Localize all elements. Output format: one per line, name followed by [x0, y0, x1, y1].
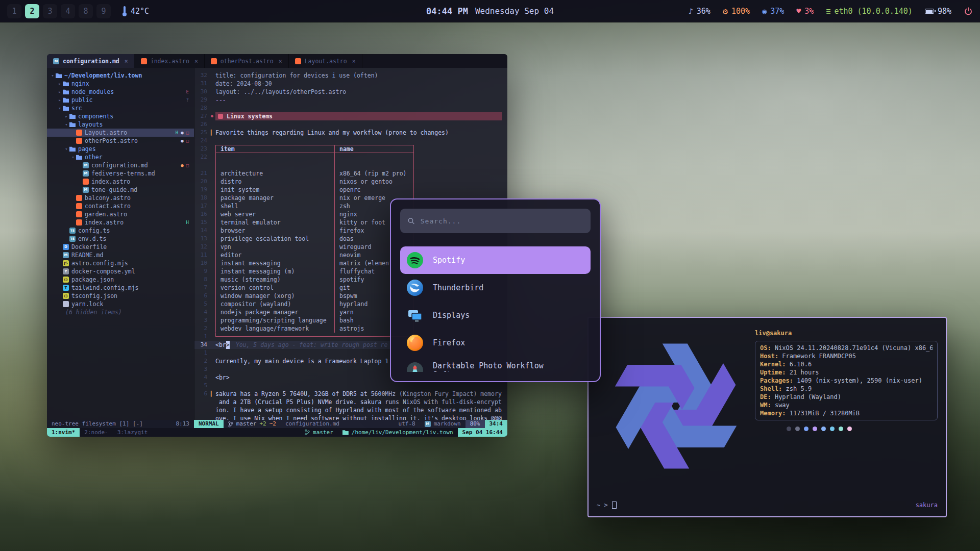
tab-label: otherPost.astro — [220, 57, 274, 65]
workspace-8[interactable]: 8 — [79, 4, 93, 18]
buffer-line[interactable]: 29--- — [194, 96, 507, 104]
tab-configuration.md[interactable]: Mconfiguration.md× — [47, 54, 135, 68]
tree-item-nginx[interactable]: ▸nginx — [47, 80, 194, 88]
tree-item-label: Dockerfile — [71, 243, 107, 251]
close-icon[interactable]: × — [194, 57, 198, 65]
tree-item-yarn.lock[interactable]: yarn.lock — [47, 300, 194, 308]
clock[interactable]: 04:44 PM Wednesday Sep 04 — [426, 6, 554, 16]
tree-item-node_modules[interactable]: ▸node_modulesE — [47, 88, 194, 96]
buffer-line[interactable]: 25▎Favorite things regarding Linux and m… — [194, 129, 507, 137]
buffer-line[interactable]: ion. I have a setup consisting of Hyprla… — [194, 406, 507, 414]
tree-item-README.md[interactable]: MREADME.md — [47, 251, 194, 259]
app-item-Spotify[interactable]: Spotify — [400, 246, 591, 274]
tree-item-env.d.ts[interactable]: TSenv.d.ts — [47, 235, 194, 243]
astro-file-icon — [295, 58, 301, 64]
app-item-Displays[interactable]: Displays — [400, 302, 591, 329]
module-volume[interactable]: 36% — [689, 7, 710, 16]
buffer-line[interactable]: 5 — [194, 382, 507, 390]
tmux-window-2:node-[interactable]: 2:node- — [80, 428, 112, 437]
buffer-line[interactable]: 6▎sakura has a Ryzen 5 7640U, 32GB of DD… — [194, 390, 507, 398]
buffer-line[interactable]: 19init systemopenrc — [194, 186, 507, 194]
buffer-line[interactable]: 30layout: ../../layouts/otherPost.astro — [194, 88, 507, 96]
tree-item-astro.config.mjs[interactable]: JSastro.config.mjs — [47, 259, 194, 267]
tree-item-Layout.astro[interactable]: Layout.astroH●□ — [47, 129, 194, 137]
palette-dot — [813, 427, 817, 431]
tree-item-fediverse-terms.md[interactable]: Mfediverse-terms.md — [47, 169, 194, 178]
tree-item-layouts[interactable]: ▾layouts — [47, 120, 194, 129]
buffer-line[interactable]: 22 — [194, 153, 507, 161]
filetype-label: markdown — [434, 420, 461, 428]
tree-item-pages[interactable]: ▾pages — [47, 145, 194, 153]
module-cpu[interactable]: 3% — [796, 7, 814, 16]
workspace-2[interactable]: 2 — [25, 4, 39, 18]
module-disk[interactable]: 37% — [762, 7, 784, 16]
folder-icon — [63, 97, 69, 103]
search-box[interactable] — [400, 209, 591, 233]
app-item-Darktable Photo Workflow Software[interactable]: Darktable Photo Workflow Software — [400, 357, 591, 372]
buffer-line[interactable]: 23itemname — [194, 145, 507, 153]
tmux-window-1:nvim*[interactable]: 1:nvim* — [47, 428, 80, 437]
tab-otherPost.astro[interactable]: otherPost.astro× — [205, 54, 289, 68]
tree-item-docker-compose.yml[interactable]: Ydocker-compose.yml — [47, 267, 194, 276]
module-battery[interactable]: 98% — [925, 7, 951, 16]
tree-root[interactable]: ▾ ~/Development/liv.town — [47, 71, 194, 80]
app-item-Thunderbird[interactable]: Thunderbird — [400, 274, 591, 302]
buffer-line[interactable]: 27●Linux systems — [194, 112, 507, 120]
buffer-line[interactable]: 28 — [194, 104, 507, 112]
tree-item-index.astro[interactable]: index.astroH — [47, 218, 194, 227]
tree-item-contact.astro[interactable]: contact.astro — [47, 202, 194, 210]
tree-item-(6 hidden items)[interactable]: (6 hidden items) — [47, 308, 194, 316]
app-item-Firefox[interactable]: Firefox — [400, 329, 591, 357]
tree-item-src[interactable]: ▾src — [47, 104, 194, 112]
buffer-line[interactable]: 32title: configuration for devices i use… — [194, 71, 507, 80]
tree-item-public[interactable]: ▸public? — [47, 96, 194, 104]
item-badges: E — [186, 88, 189, 96]
close-icon[interactable]: × — [125, 57, 128, 65]
tree-item-configuration.md[interactable]: Mconfiguration.md●□ — [47, 161, 194, 169]
tree-item-components[interactable]: ▸components — [47, 112, 194, 120]
buffer-line[interactable]: 26 — [194, 120, 507, 129]
table-bottom-border — [215, 333, 414, 337]
tree-item-Dockerfile[interactable]: DDockerfile — [47, 243, 194, 251]
power-button[interactable] — [964, 7, 973, 16]
buffer-line[interactable]: 21architecturex86_64 (rip m2 pro) — [194, 169, 507, 178]
tmux-window-3:lazygit[interactable]: 3:lazygit — [113, 428, 153, 437]
tree-item-label: otherPost.astro — [85, 137, 138, 145]
palette-dot — [787, 427, 791, 431]
tab-index.astro[interactable]: index.astro× — [135, 54, 205, 68]
close-icon[interactable]: × — [352, 57, 356, 65]
buffer-line[interactable]: and a 2TB (Crucial P5 Plus) NVMe drive. … — [194, 398, 507, 406]
workspace-9[interactable]: 9 — [96, 4, 111, 18]
buffer-line[interactable]: 20distronixos or gentoo — [194, 178, 507, 186]
tree-item-garden.astro[interactable]: garden.astro — [47, 210, 194, 218]
tree-item-tone-guide.md[interactable]: Mtone-guide.md — [47, 186, 194, 194]
shell-prompt[interactable]: ~ > sakura — [597, 501, 938, 509]
tree-item-otherPost.astro[interactable]: otherPost.astro●□ — [47, 137, 194, 145]
badge: ● — [181, 137, 183, 145]
buffer-line[interactable]: 31date: 2024-08-30 — [194, 80, 507, 88]
buffer-line[interactable]: ove. I use Nix when I need software with… — [194, 414, 507, 420]
workspace-3[interactable]: 3 — [43, 4, 57, 18]
module-network[interactable]: eth0 (10.0.0.140) — [826, 7, 913, 16]
workspace-1[interactable]: 1 — [7, 4, 21, 18]
tab-Layout.astro[interactable]: Layout.astro× — [289, 54, 362, 68]
tree-item-other[interactable]: ▾other — [47, 153, 194, 161]
tree-item-balcony.astro[interactable]: balcony.astro — [47, 194, 194, 202]
tree-item-index.astro[interactable]: index.astro — [47, 178, 194, 186]
close-icon[interactable]: × — [279, 57, 282, 65]
table-cell — [334, 153, 414, 161]
fetch-info-line: Shell: zsh 5.9 — [760, 385, 933, 393]
ts-icon: TS — [69, 236, 76, 242]
tree-item-package.json[interactable]: {}package.json — [47, 276, 194, 284]
tree-item-config.ts[interactable]: TSconfig.ts — [47, 227, 194, 235]
tree-item-tailwind.config.mjs[interactable]: Ttailwind.config.mjs — [47, 284, 194, 292]
sign-column — [211, 178, 215, 186]
buffer-line[interactable] — [194, 161, 507, 169]
spotify-icon — [406, 252, 424, 269]
buffer-line[interactable]: 24 — [194, 137, 507, 145]
temperature-module[interactable]: 42°C — [122, 6, 149, 16]
module-brightness[interactable]: 100% — [723, 6, 750, 16]
tree-item-tsconfig.json[interactable]: {}tsconfig.json — [47, 292, 194, 300]
workspace-4[interactable]: 4 — [61, 4, 75, 18]
search-input[interactable] — [421, 217, 583, 225]
